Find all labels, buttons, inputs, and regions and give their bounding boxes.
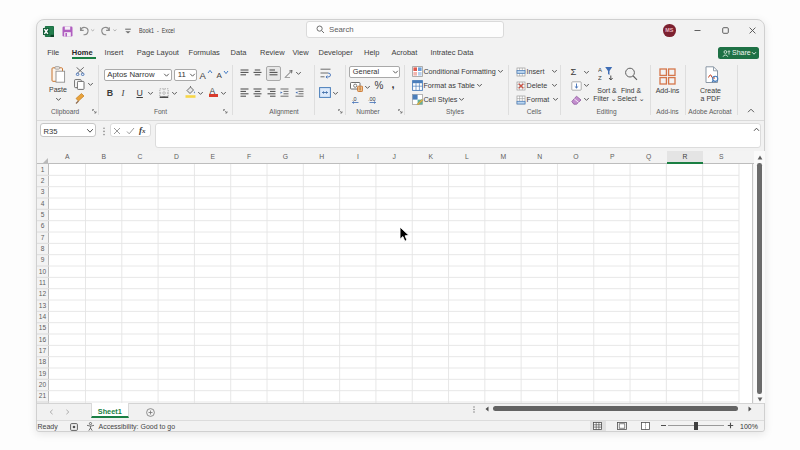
svg-text:.0: .0 [352,96,357,102]
svg-text:.00: .00 [368,96,376,102]
svg-text:A: A [598,67,602,73]
svg-text:Z: Z [598,75,602,81]
